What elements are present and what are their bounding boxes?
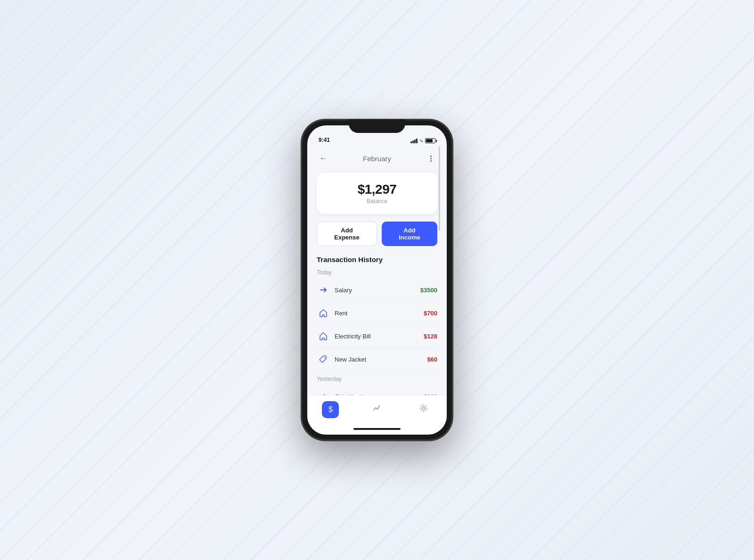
transaction-amount: $300 bbox=[424, 393, 437, 395]
home-indicator bbox=[307, 423, 447, 435]
gear-icon bbox=[419, 404, 428, 415]
transaction-amount: $700 bbox=[424, 310, 437, 317]
status-time: 9:41 bbox=[319, 137, 330, 143]
period-today: Today bbox=[317, 269, 437, 276]
transaction-amount: $128 bbox=[424, 333, 437, 340]
phone-mockup: 9:41 ∿ bbox=[302, 120, 452, 440]
tag-icon bbox=[317, 353, 330, 366]
arrow-right-icon bbox=[317, 283, 330, 296]
transaction-item[interactable]: Electricity Bill $128 bbox=[317, 326, 437, 346]
divider bbox=[317, 371, 437, 371]
transaction-item[interactable]: Salary $3500 bbox=[317, 280, 437, 300]
back-icon: ← bbox=[320, 154, 327, 163]
phone-shell: 9:41 ∿ bbox=[302, 120, 452, 440]
transaction-item[interactable]: Rent $700 bbox=[317, 303, 437, 323]
home-bar bbox=[353, 428, 401, 430]
transaction-item[interactable]: Side Hustle $300 bbox=[317, 386, 437, 395]
app-content: ← February $1,297 Balance Add Ex bbox=[307, 146, 447, 395]
header-title: February bbox=[363, 155, 391, 163]
period-yesterday: Yesterday bbox=[317, 376, 437, 382]
balance-label: Balance bbox=[326, 198, 428, 205]
notch bbox=[349, 120, 405, 133]
divider bbox=[317, 324, 437, 325]
scroll-indicator bbox=[439, 146, 440, 231]
menu-button[interactable] bbox=[424, 152, 437, 165]
menu-dot bbox=[430, 156, 432, 157]
transaction-name: Side Hustle bbox=[335, 393, 419, 395]
home-icon bbox=[317, 306, 330, 320]
analytics-icon bbox=[372, 404, 382, 415]
transaction-amount: $60 bbox=[427, 356, 437, 363]
signal-icon bbox=[410, 139, 418, 143]
transaction-name: Salary bbox=[335, 287, 416, 294]
back-button[interactable]: ← bbox=[317, 152, 330, 165]
balance-card: $1,297 Balance bbox=[317, 173, 437, 214]
transaction-item[interactable]: New Jacket $60 bbox=[317, 349, 437, 370]
transaction-name: Rent bbox=[335, 310, 419, 317]
divider bbox=[317, 347, 437, 348]
balance-amount: $1,297 bbox=[326, 182, 428, 197]
divider bbox=[317, 301, 437, 302]
nav-wallet[interactable]: $ bbox=[320, 399, 341, 420]
add-expense-button[interactable]: Add Expense bbox=[317, 222, 377, 246]
battery-icon bbox=[425, 138, 435, 143]
transaction-section: Transaction History Today Salary $3500 bbox=[307, 255, 447, 395]
bottom-nav: $ bbox=[307, 395, 447, 423]
app-header: ← February bbox=[307, 146, 447, 169]
menu-dot bbox=[430, 158, 432, 159]
svg-point-0 bbox=[324, 357, 325, 358]
wallet-icon: $ bbox=[322, 401, 339, 418]
nav-settings[interactable] bbox=[413, 399, 434, 420]
transaction-name: New Jacket bbox=[335, 356, 422, 363]
transaction-amount: $3500 bbox=[420, 287, 437, 294]
transaction-history-title: Transaction History bbox=[317, 255, 437, 264]
nav-analytics[interactable] bbox=[367, 399, 387, 420]
wifi-icon: ∿ bbox=[419, 138, 423, 143]
svg-point-1 bbox=[422, 407, 425, 410]
add-income-button[interactable]: Add Income bbox=[382, 222, 437, 246]
status-icons: ∿ bbox=[410, 138, 435, 143]
arrow-right-icon bbox=[317, 390, 330, 395]
transaction-name: Electricity Bill bbox=[335, 333, 419, 340]
action-buttons: Add Expense Add Income bbox=[307, 222, 447, 255]
menu-dot bbox=[430, 160, 432, 162]
screen: 9:41 ∿ bbox=[307, 125, 447, 435]
home-icon bbox=[317, 329, 330, 343]
